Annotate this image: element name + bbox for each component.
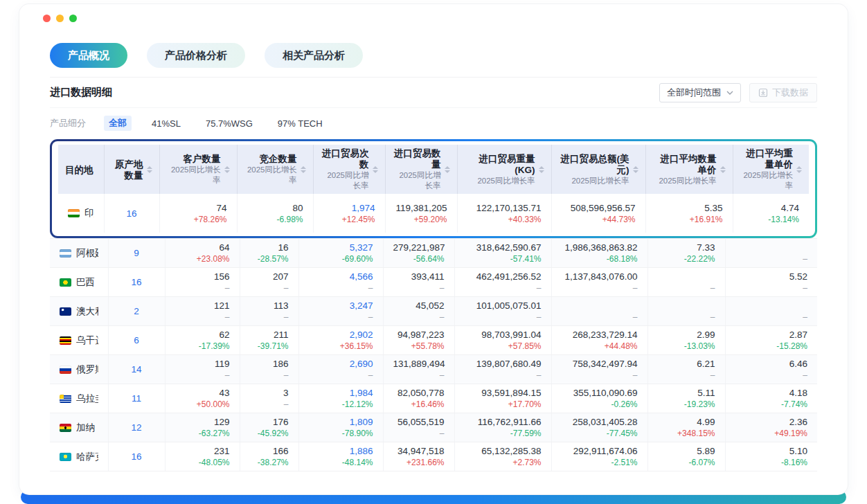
- data-cell[interactable]: 14: [108, 355, 165, 384]
- cell-growth: –: [465, 312, 542, 323]
- table-row[interactable]: 印度1674+78.26%80-6.98%1,974+12.45%119,381…: [58, 194, 809, 233]
- data-cell[interactable]: 6: [108, 326, 165, 355]
- sort-icon[interactable]: [373, 166, 378, 173]
- cell-value: 268,233,729.14: [562, 329, 638, 341]
- destination-cell[interactable]: 澳大利亚: [50, 297, 108, 326]
- sort-icon[interactable]: [301, 166, 306, 173]
- data-cell: 5.52–: [725, 268, 817, 297]
- cell-growth: –: [658, 312, 715, 323]
- cell-value: 62: [175, 329, 230, 341]
- cell-growth: –: [250, 370, 289, 381]
- cell-growth: –: [735, 370, 808, 381]
- data-cell[interactable]: 5,327-69.60%: [298, 239, 383, 268]
- product-segment-filter: 产品细分 全部41%SL75.7%WSG97% TECH: [50, 116, 817, 130]
- data-cell[interactable]: 2: [108, 297, 165, 326]
- column-growth-sublabel: 2025同比增长率: [321, 170, 369, 191]
- data-cell[interactable]: 4,566–: [298, 268, 383, 297]
- tab-item[interactable]: 产品概况: [50, 43, 127, 68]
- destination-cell[interactable]: 印度: [58, 194, 104, 233]
- data-cell: 129-63.27%: [165, 413, 240, 442]
- cell-value: 14: [118, 363, 155, 375]
- sort-icon[interactable]: [633, 166, 638, 173]
- time-range-select[interactable]: 全部时间范围: [659, 83, 741, 102]
- data-cell[interactable]: 1,984-12.12%: [298, 384, 383, 413]
- close-window-icon[interactable]: [43, 15, 51, 22]
- cell-growth: –: [658, 282, 715, 294]
- data-cell[interactable]: 1,886-48.14%: [298, 442, 383, 471]
- cell-growth: –: [393, 428, 445, 439]
- destination-cell[interactable]: 巴西: [50, 268, 108, 297]
- cell-value: 121: [175, 300, 230, 312]
- sort-icon[interactable]: [539, 166, 544, 173]
- data-cell[interactable]: 3,247–: [298, 297, 383, 326]
- destination-cell[interactable]: 加纳: [50, 413, 108, 442]
- filter-option[interactable]: 41%SL: [147, 117, 186, 130]
- table-row[interactable]: 乌拉圭1143+50.00%3–1,984-12.12%82,050,778+1…: [50, 384, 817, 413]
- data-cell: 121–: [165, 297, 240, 326]
- tab-item[interactable]: 产品价格分析: [147, 43, 245, 68]
- cell-value: 5.11: [658, 387, 715, 399]
- filter-option[interactable]: 75.7%WSG: [201, 117, 258, 130]
- cell-growth: –: [735, 253, 808, 264]
- tab-item[interactable]: 相关产品分析: [265, 43, 363, 68]
- data-cell[interactable]: 2,902+36.15%: [298, 326, 383, 355]
- sort-icon[interactable]: [796, 166, 802, 173]
- data-cell: 62-17.39%: [165, 326, 240, 355]
- cell-growth: -48.14%: [309, 457, 373, 468]
- cell-growth: -19.23%: [658, 399, 715, 410]
- destination-cell[interactable]: 阿根廷: [50, 239, 108, 268]
- data-cell[interactable]: 16: [104, 194, 159, 233]
- cell-value: 98,703,991.04: [465, 329, 542, 341]
- data-cell[interactable]: 16: [108, 268, 165, 297]
- data-cell: 5.11-19.23%: [647, 384, 725, 413]
- cell-value: 7.33: [658, 242, 715, 253]
- cell-growth: -56.64%: [393, 253, 445, 264]
- table-row[interactable]: 哈萨克斯坦16231-48.05%166-38.27%1,886-48.14%3…: [50, 442, 817, 471]
- cell-growth: –: [465, 370, 542, 381]
- cell-value: 292,911,674.06: [562, 445, 638, 457]
- caret-down-icon: [796, 170, 802, 173]
- cell-growth: –: [735, 282, 808, 294]
- table-row[interactable]: 加纳12129-63.27%176-45.92%1,809-78.90%56,0…: [50, 413, 817, 442]
- sort-icon[interactable]: [224, 166, 230, 173]
- filter-option[interactable]: 全部: [104, 116, 132, 131]
- data-cell: 113–: [240, 297, 298, 326]
- data-cell[interactable]: 9: [108, 239, 165, 268]
- data-cell[interactable]: 1,809-78.90%: [298, 413, 383, 442]
- data-cell[interactable]: 1,974+12.45%: [313, 194, 385, 233]
- cell-value: 4.74: [743, 202, 800, 214]
- cell-value: 1,986,368,863.82: [562, 242, 638, 253]
- data-cell[interactable]: 11: [108, 384, 165, 413]
- sort-icon[interactable]: [720, 166, 726, 173]
- cell-growth: +16.91%: [656, 214, 723, 225]
- data-cell[interactable]: 16: [108, 442, 165, 471]
- table-row[interactable]: 澳大利亚2121–113–3,247–45,052–101,005,075.01…: [50, 297, 817, 326]
- data-cell[interactable]: 2,690–: [298, 355, 383, 384]
- cell-value: 34,947,518: [393, 445, 445, 457]
- table-row[interactable]: 巴西16156–207–4,566–393,411–462,491,256.52…: [50, 268, 817, 297]
- table-row[interactable]: 阿根廷964+23.08%16-28.57%5,327-69.60%279,22…: [50, 239, 817, 268]
- cell-growth: -77.59%: [465, 428, 542, 439]
- sort-icon[interactable]: [147, 166, 152, 173]
- filter-option[interactable]: 97% TECH: [273, 117, 328, 130]
- sort-icon[interactable]: [445, 166, 450, 173]
- minimize-window-icon[interactable]: [56, 15, 64, 22]
- destination-cell[interactable]: 乌干达: [50, 326, 108, 355]
- download-data-button[interactable]: 下载数据: [749, 83, 817, 102]
- cell-value: 2: [118, 305, 155, 317]
- data-cell: 2.87-15.28%: [725, 326, 817, 355]
- table-row[interactable]: 乌干达662-17.39%211-39.71%2,902+36.15%94,98…: [50, 326, 817, 355]
- destination-cell[interactable]: 哈萨克斯坦: [50, 442, 108, 471]
- data-cell: 116,762,911.66-77.59%: [454, 413, 551, 442]
- cell-growth: +12.45%: [323, 214, 375, 225]
- cell-value: 156: [175, 271, 230, 282]
- caret-up-icon: [147, 166, 152, 169]
- cell-growth: +59.20%: [395, 214, 447, 225]
- destination-cell[interactable]: 乌拉圭: [50, 384, 108, 413]
- cell-growth: –: [562, 370, 638, 381]
- data-cell[interactable]: 12: [108, 413, 165, 442]
- table-row[interactable]: 俄罗斯14119–186–2,690–131,889,494–139,807,6…: [50, 355, 817, 384]
- destination-cell[interactable]: 俄罗斯: [50, 355, 108, 384]
- download-icon: [758, 88, 768, 98]
- maximize-window-icon[interactable]: [69, 15, 77, 22]
